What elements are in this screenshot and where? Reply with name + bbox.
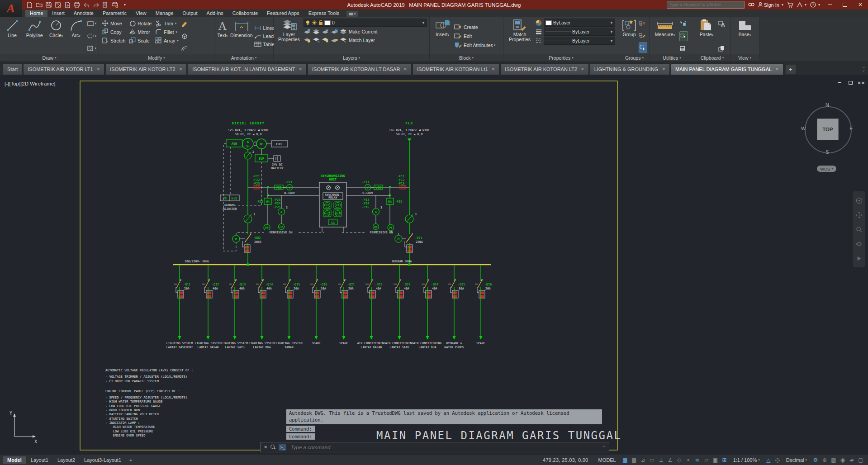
doc-close-icon[interactable]: ✕ [858,80,864,85]
ribbon-tab-express-tools[interactable]: Express Tools [304,10,344,17]
layer-on-icon[interactable] [304,37,311,43]
minimize-button[interactable] [824,1,835,9]
base-button[interactable]: Base [733,18,757,54]
help-search-box[interactable] [667,1,745,9]
hatch-tool-icon[interactable] [87,44,97,52]
graphics-performance-icon[interactable]: ▰ [847,456,856,464]
pan-icon[interactable] [856,212,863,218]
layer-lock-icon[interactable] [331,28,338,34]
layer-isolate-icon[interactable] [313,28,320,34]
file-tab[interactable]: MAIN PANEL DIAGRAM GARIS TUNGGAL [671,63,783,75]
tab-close-icon[interactable] [403,67,407,71]
autodesk-app-icon[interactable] [797,2,806,7]
app-store-cart-icon[interactable] [787,2,793,8]
arc-button[interactable]: Arc [67,18,85,54]
annotation-monitor-icon[interactable]: ⊕ [820,456,829,464]
redo-icon[interactable] [92,1,100,9]
tab-close-icon[interactable] [662,67,665,71]
file-tab[interactable]: ISOMETRIK AIR KOTOR LT1 [23,63,104,75]
sign-in-button[interactable]: Sign In [758,2,783,8]
ribbon-tab-annotate[interactable]: Annotate [69,10,98,17]
explode-tool-icon[interactable] [181,32,189,40]
showmotion-icon[interactable] [856,255,863,262]
polar-tracking-icon[interactable]: ∠ [666,456,675,464]
copy-nested-icon[interactable] [679,31,688,41]
group-button[interactable]: Group [621,18,637,54]
annotation-scale-button[interactable]: 1:1 / 100% [730,457,763,463]
match-properties-button[interactable]: Match Properties [505,18,534,54]
layer-thaw-icon[interactable] [322,37,329,43]
close-button[interactable] [854,1,866,9]
scale-button[interactable]: Scale [129,36,152,45]
command-input[interactable] [289,444,599,451]
quick-calculator-icon[interactable] [679,44,688,52]
save-as-icon[interactable] [54,1,62,9]
sheet-set-icon[interactable] [111,1,119,9]
layout-tab-layout3-layout1[interactable]: Layout3-Layout1 [80,456,126,464]
model-paper-toggle[interactable]: MODEL [595,457,620,463]
compass-west[interactable]: W [800,126,806,131]
panel-title-block[interactable]: Block [430,54,503,61]
panel-title-layers[interactable]: Layers [274,54,429,61]
grid-icon[interactable]: ▦ [621,456,630,464]
search-icon[interactable] [748,2,754,7]
qat-customize-icon[interactable] [120,1,128,9]
doc-restore-icon[interactable] [847,80,854,85]
workspace-gear-icon[interactable]: ⚙ [811,456,820,464]
command-close-icon[interactable] [264,445,267,450]
snap-icon[interactable]: ▩ [630,456,639,464]
color-wheel-icon[interactable] [535,19,542,26]
layout-tab-layout1[interactable]: Layout1 [26,456,53,464]
new-tab-button[interactable] [786,65,796,74]
ribbon-tab-insert[interactable]: Insert [47,10,69,17]
measure-button[interactable]: Measure [652,18,678,54]
tab-overflow-icon[interactable]: ⌄⌄ [862,66,865,72]
ribbon-tab-home[interactable]: Home [25,10,47,17]
viewport-controls[interactable]: [-][Top][2D Wireframe] [5,81,55,86]
file-tab[interactable]: ISOMETRIK AIR KOTORAN LT2 [500,63,588,75]
mirror-button[interactable]: Mirror [129,28,152,36]
file-tab[interactable]: Start [3,63,22,75]
ortho-icon[interactable]: ⊥ [657,456,666,464]
tab-close-icon[interactable] [775,67,779,71]
layer-off-icon[interactable] [304,28,311,34]
dimension-button[interactable]: Dimension [230,18,253,54]
tab-close-icon[interactable] [492,67,495,71]
trim-button[interactable]: Trim [155,19,179,28]
ribbon-tab-add-ins[interactable]: Add-ins [202,10,228,17]
tab-close-icon[interactable] [299,67,302,71]
panel-title-draw[interactable]: Draw [0,54,99,61]
tab-close-icon[interactable] [179,67,183,71]
compass-south[interactable]: S [824,149,830,155]
layout-tab-layout2[interactable]: Layout2 [53,456,80,464]
lineweight-icon[interactable] [535,28,542,35]
match-layer-icon[interactable] [340,37,347,43]
app-menu-button[interactable]: A [0,0,22,17]
save-icon[interactable] [44,1,52,9]
undo-icon[interactable] [82,1,90,9]
orbit-icon[interactable] [856,241,863,247]
file-tab[interactable]: ISOMETRIK AIR KOTORAN Lt1 [413,63,499,75]
polyline-button[interactable]: Polyline [24,18,46,54]
offset-tool-icon[interactable] [181,44,189,52]
otrack-icon[interactable]: ⌖ [684,456,693,464]
osnap-icon[interactable]: ⊞ [720,456,729,464]
ellipse-tool-icon[interactable] [87,32,97,40]
circle-button[interactable]: Circle [47,18,66,54]
panel-title-utilities[interactable]: Utilities [650,54,694,61]
make-current-label[interactable]: Make Current [349,29,378,34]
layout-tab-model[interactable]: Model [3,456,26,464]
isolate-objects-icon[interactable]: ◉ [838,456,847,464]
line-button[interactable]: Line [2,18,23,54]
rotate-button[interactable]: Rotate [129,19,152,28]
command-line[interactable]: >_ [260,442,609,452]
tab-close-icon[interactable] [97,67,100,71]
fillet-button[interactable]: Fillet [155,28,179,36]
erase-tool-icon[interactable] [181,19,189,28]
wcs-dropdown[interactable]: WCS [817,166,836,172]
compass-east[interactable]: E [848,126,854,131]
insert-button[interactable]: Insert [432,18,453,54]
layer-properties-button[interactable]: Layer Properties [275,18,303,54]
ribbon-tab-view[interactable]: View [131,10,151,17]
units-button[interactable]: Decimal [783,457,810,463]
